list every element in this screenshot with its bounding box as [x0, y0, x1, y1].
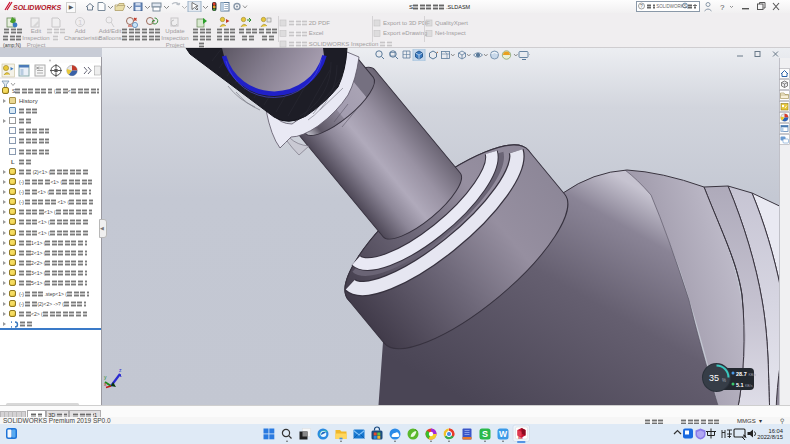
svg-text:16:04: 16:04: [768, 428, 783, 434]
svg-text:SW: SW: [518, 436, 523, 440]
svg-text:1: 1: [78, 18, 83, 27]
svg-text:28.7: 28.7: [736, 371, 747, 377]
svg-text:z: z: [119, 367, 122, 373]
svg-text:?: ?: [640, 3, 643, 9]
svg-text:y: y: [104, 374, 107, 380]
svg-text:KB/s: KB/s: [745, 384, 753, 388]
svg-text:SOLIDWORKS: SOLIDWORKS: [13, 4, 62, 11]
svg-text:35: 35: [709, 373, 719, 383]
svg-text:W: W: [499, 429, 508, 439]
svg-text:?: ?: [720, 3, 725, 12]
svg-text:2022/8/15: 2022/8/15: [757, 434, 783, 440]
svg-text:S: S: [482, 429, 488, 439]
svg-text:5.1: 5.1: [736, 382, 744, 388]
svg-text:%: %: [722, 378, 726, 383]
svg-text:KB/s: KB/s: [749, 373, 757, 377]
